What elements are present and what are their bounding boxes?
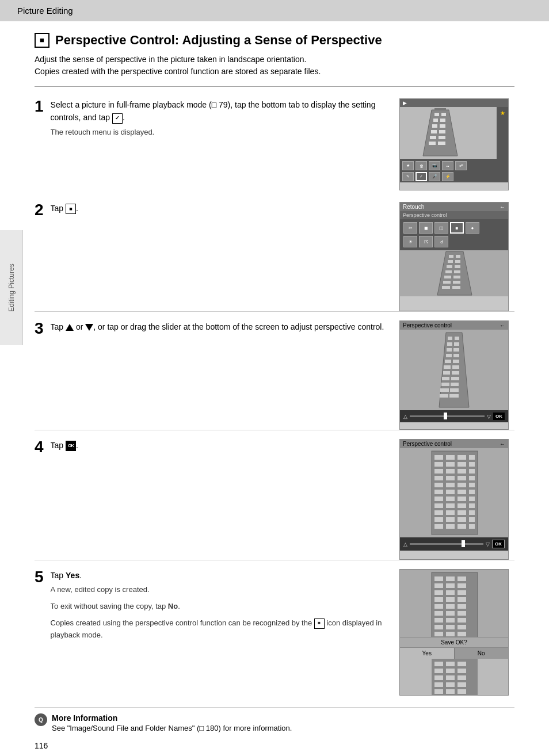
svg-rect-78 [446, 497, 455, 501]
svg-rect-108 [446, 597, 455, 602]
step-4-content: 4 Tap OK. [35, 439, 388, 452]
svg-rect-85 [434, 510, 443, 515]
step-1: 1 Select a picture in full-frame playbac… [35, 98, 514, 190]
svg-rect-6 [440, 124, 445, 128]
svg-rect-51 [449, 394, 459, 398]
svg-rect-144 [434, 689, 443, 694]
svg-rect-47 [451, 383, 459, 386]
page-subtitle: Adjust the sense of perspective in the p… [35, 54, 514, 87]
step-5-screen: Save OK? Yes No [399, 569, 514, 696]
step-2: 2 Tap ■. Retouch ← Perspective control ✂… [35, 202, 514, 312]
step-5-sub3: Copies created using the perspective con… [51, 617, 388, 642]
perspective-control-label-3: Perspective control ← [400, 321, 508, 330]
svg-rect-45 [451, 377, 459, 380]
side-label: Editing Pictures [7, 264, 16, 311]
step-1-content: 1 Select a picture in full-frame playbac… [35, 98, 388, 139]
svg-rect-73 [434, 490, 443, 494]
svg-rect-72 [469, 483, 475, 487]
svg-rect-17 [448, 260, 453, 263]
screen-mock-1: ▶ [399, 98, 509, 190]
more-info-section: Q More Information See "Image/Sound File… [35, 707, 514, 732]
svg-rect-9 [430, 136, 436, 139]
svg-rect-58 [446, 462, 455, 467]
svg-rect-15 [449, 255, 453, 258]
svg-rect-30 [448, 337, 452, 340]
step-1-sub: The retouch menu is displayed. [51, 127, 388, 139]
svg-rect-40 [444, 365, 451, 369]
svg-rect-112 [458, 604, 466, 609]
svg-rect-61 [434, 469, 443, 474]
svg-rect-76 [469, 490, 475, 494]
svg-rect-84 [469, 503, 475, 508]
svg-rect-31 [455, 337, 459, 340]
svg-rect-83 [458, 503, 466, 508]
info-icon: Q [35, 713, 47, 726]
svg-rect-48 [440, 388, 449, 392]
building-svg-1 [400, 107, 481, 159]
svg-rect-80 [469, 497, 475, 501]
svg-rect-68 [469, 476, 475, 480]
screen-mock-2: Retouch ← Perspective control ✂ ◼ ◫ ■ ● … [399, 202, 509, 311]
svg-rect-122 [434, 632, 443, 636]
svg-rect-64 [469, 469, 475, 474]
svg-rect-101 [434, 583, 443, 588]
step-3: 3 Tap or , or tap or drag the slider at … [35, 320, 514, 430]
page-number: 116 [35, 741, 514, 750]
svg-rect-65 [434, 476, 443, 480]
svg-rect-27 [442, 286, 450, 289]
svg-rect-136 [446, 669, 455, 673]
perspective-icon-inline: ■ [66, 204, 76, 214]
svg-rect-89 [434, 517, 443, 522]
svg-rect-39 [453, 360, 459, 363]
perspective-control-label-4: Perspective control ← [400, 440, 508, 448]
check-icon: ✓ [112, 113, 123, 124]
svg-rect-88 [469, 510, 475, 515]
svg-rect-20 [455, 265, 460, 268]
step-4: 4 Tap OK. Perspective control ← [35, 439, 514, 560]
svg-rect-36 [446, 354, 452, 357]
more-info-title: More Information [52, 713, 292, 723]
svg-rect-116 [434, 618, 443, 623]
step-1-screen: ▶ [399, 98, 514, 190]
header-bar: Picture Editing [0, 0, 549, 21]
svg-rect-109 [458, 597, 466, 602]
svg-rect-37 [453, 354, 459, 357]
building-svg-4 [400, 448, 508, 537]
svg-rect-59 [458, 462, 466, 467]
svg-rect-143 [458, 682, 466, 687]
svg-rect-34 [447, 348, 452, 352]
svg-rect-16 [456, 255, 460, 258]
svg-rect-41 [452, 365, 459, 369]
svg-rect-70 [446, 483, 455, 487]
svg-rect-103 [458, 583, 466, 588]
triangle-up-icon [66, 324, 74, 331]
svg-rect-50 [440, 394, 448, 398]
svg-rect-23 [444, 276, 451, 278]
svg-rect-146 [458, 689, 466, 694]
svg-rect-75 [458, 490, 466, 494]
step-5-sub2: To exit without saving the copy, tap No. [51, 601, 388, 613]
svg-rect-53 [434, 455, 443, 460]
svg-rect-81 [434, 503, 443, 508]
triangle-down-icon [85, 324, 93, 331]
svg-rect-87 [458, 510, 466, 515]
svg-rect-134 [458, 662, 466, 666]
svg-rect-56 [469, 455, 475, 460]
svg-rect-90 [446, 517, 455, 522]
svg-rect-63 [458, 469, 466, 474]
svg-rect-96 [469, 524, 475, 529]
svg-rect-66 [446, 476, 455, 480]
step-2-screen: Retouch ← Perspective control ✂ ◼ ◫ ■ ● … [399, 202, 514, 311]
svg-rect-138 [434, 675, 443, 680]
step-3-content: 3 Tap or , or tap or drag the slider at … [35, 320, 388, 333]
svg-rect-77 [434, 497, 443, 501]
perspective-icon: ■ [35, 33, 49, 48]
header-title: Picture Editing [17, 6, 73, 16]
svg-rect-139 [446, 675, 455, 680]
svg-rect-74 [446, 490, 455, 494]
svg-rect-46 [441, 383, 449, 386]
svg-rect-123 [446, 632, 455, 636]
step-3-screen: Perspective control ← [399, 320, 514, 430]
svg-rect-44 [442, 377, 449, 380]
svg-rect-106 [458, 590, 466, 595]
